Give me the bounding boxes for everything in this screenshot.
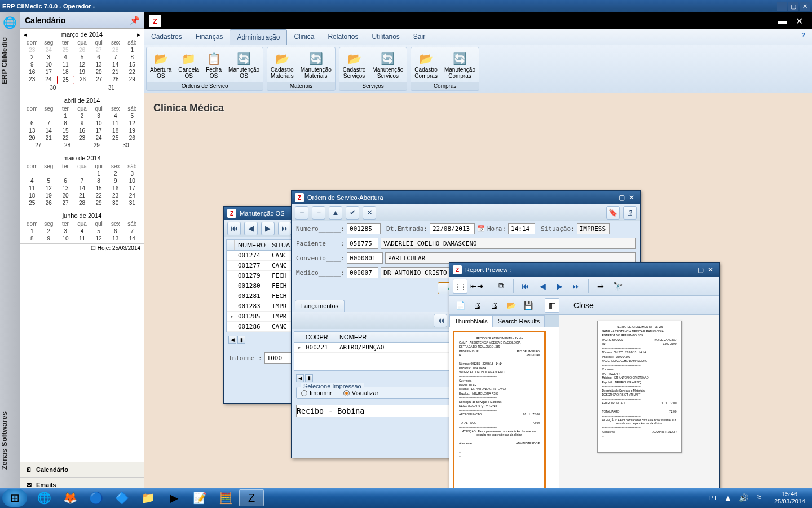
calendar-day[interactable]: 8 bbox=[24, 235, 41, 242]
calendar-day[interactable]: 28 bbox=[74, 199, 91, 207]
calendar-day[interactable]: 14 bbox=[107, 61, 124, 68]
next-button[interactable]: ▶ bbox=[261, 222, 275, 235]
tab-thumbnails[interactable]: ThumbNails bbox=[449, 315, 493, 327]
calendar-day[interactable]: 11 bbox=[57, 61, 74, 68]
calendar-day[interactable]: 14 bbox=[41, 127, 58, 134]
start-button[interactable]: ⊞ bbox=[2, 489, 27, 507]
up-button[interactable]: ▲ bbox=[329, 206, 342, 220]
calendar-day[interactable]: 28 bbox=[107, 76, 123, 84]
calendar-day[interactable]: 9 bbox=[24, 61, 41, 68]
calendar-day[interactable]: 18 bbox=[24, 192, 41, 199]
calendar-day[interactable]: 31 bbox=[82, 84, 141, 91]
paciente-cod-input[interactable] bbox=[347, 238, 378, 249]
calendar-day[interactable]: 11 bbox=[107, 120, 124, 127]
calendar-day[interactable]: 24 bbox=[123, 192, 140, 199]
ribbon-manutenção-compras[interactable]: 🔄ManutençãoCompras bbox=[441, 47, 479, 82]
calendar-day[interactable]: 16 bbox=[107, 185, 124, 192]
menu-sair[interactable]: Sair bbox=[407, 29, 432, 45]
calendar-day[interactable]: 13 bbox=[107, 235, 124, 242]
calendar-day[interactable]: 1 bbox=[57, 112, 74, 120]
menu-relatorios[interactable]: Relatorios bbox=[321, 29, 365, 45]
radio-imprimir[interactable]: Imprimir bbox=[301, 389, 332, 396]
ribbon-cadastro-materiais[interactable]: 📂CadastroMateriais bbox=[267, 47, 297, 82]
calendar-day[interactable]: 17 bbox=[90, 127, 107, 134]
calendar-day[interactable]: 25 bbox=[57, 76, 74, 84]
last-button[interactable]: ⏭ bbox=[278, 222, 292, 235]
calendar-day[interactable]: 3 bbox=[41, 54, 58, 61]
calendar-day[interactable]: 24 bbox=[90, 134, 107, 142]
convenio-cod-input[interactable] bbox=[347, 252, 383, 264]
calendar-day[interactable]: 3 bbox=[123, 170, 140, 177]
calendar-day[interactable]: 24 bbox=[40, 76, 56, 84]
calendar-day[interactable]: 8 bbox=[123, 54, 140, 61]
taskbar-teamviewer-icon[interactable]: 🔷 bbox=[109, 489, 134, 506]
scroll-left-icon[interactable]: ◀ bbox=[228, 336, 236, 344]
prev-button[interactable]: ◀ bbox=[244, 222, 258, 235]
calendar-day[interactable]: 10 bbox=[90, 120, 107, 127]
dtentrada-input[interactable] bbox=[430, 223, 475, 234]
calendar-day[interactable]: 25 bbox=[24, 199, 41, 207]
help-icon[interactable]: ? bbox=[795, 29, 812, 45]
calendar-day[interactable]: 27 bbox=[91, 76, 107, 84]
win2-maximize-button[interactable]: ▢ bbox=[616, 194, 626, 202]
calendar-day[interactable]: 6 bbox=[90, 54, 107, 61]
pin-icon[interactable]: 📌 bbox=[130, 16, 139, 25]
calendar-day[interactable]: 3 bbox=[90, 112, 107, 120]
calendar-day[interactable]: 30 bbox=[111, 142, 140, 149]
calendar-day[interactable]: 13 bbox=[90, 61, 107, 68]
window-report-preview[interactable]: Z Report Preview : — ▢ ✕ ⬚ ⇤⇥ ⧉ ⏮ ◀ ▶ ⏭ bbox=[449, 262, 720, 508]
calendar-day[interactable]: 15 bbox=[123, 61, 140, 68]
calendar-day[interactable]: 5 bbox=[90, 227, 107, 235]
calendar-day[interactable]: 16 bbox=[24, 68, 41, 76]
print-icon[interactable]: 🖨 bbox=[623, 206, 637, 220]
calendar-day[interactable]: 7 bbox=[107, 54, 124, 61]
tray-volume-icon[interactable]: 🔊 bbox=[739, 493, 748, 502]
calendar-day[interactable]: 5 bbox=[123, 112, 140, 120]
calendar-day[interactable]: 22 bbox=[57, 134, 74, 142]
page-icon[interactable]: 📄 bbox=[453, 298, 467, 313]
next-month-icon[interactable]: ▸ bbox=[137, 31, 140, 38]
globe-icon[interactable]: 🌐 bbox=[0, 12, 20, 33]
scroll-thumb[interactable]: ▮ bbox=[305, 374, 313, 382]
calendar-day[interactable]: 17 bbox=[41, 68, 58, 76]
taskbar-explorer-icon[interactable]: 📁 bbox=[135, 489, 160, 506]
calendar-day[interactable]: 13 bbox=[24, 127, 41, 134]
report-close-button[interactable]: Close bbox=[569, 298, 598, 313]
ribbon-cadastro-serviços[interactable]: 📂CadastroServiços bbox=[339, 47, 369, 82]
maximize-button[interactable]: ▢ bbox=[788, 2, 798, 11]
calendar-day[interactable]: 23 bbox=[24, 76, 40, 84]
tab-lancamentos[interactable]: Lançamentos bbox=[295, 300, 345, 312]
calendar-day[interactable]: 1 bbox=[90, 170, 107, 177]
binoculars-icon[interactable]: 🔭 bbox=[610, 279, 625, 294]
calendar-day[interactable]: 8 bbox=[57, 120, 74, 127]
calendar-day[interactable]: 2 bbox=[41, 227, 58, 235]
calendar-day[interactable]: 12 bbox=[123, 120, 140, 127]
print-report-icon[interactable]: 🖨 bbox=[470, 298, 484, 313]
tray-flag-icon[interactable]: 🏳 bbox=[755, 493, 763, 502]
calendar-day[interactable]: 30 bbox=[107, 199, 124, 207]
inner-minimize-button[interactable]: ▬ bbox=[774, 16, 791, 26]
calendar-day[interactable]: 2 bbox=[24, 54, 41, 61]
scroll-left-icon[interactable]: ◀ bbox=[296, 374, 304, 382]
ribbon-abertura-os[interactable]: 📂AberturaOS bbox=[147, 47, 175, 82]
calendar-day[interactable]: 21 bbox=[41, 134, 58, 142]
calendar-day[interactable]: 5 bbox=[74, 54, 91, 61]
calendar-day[interactable]: 12 bbox=[41, 185, 58, 192]
calendar-day[interactable]: 11 bbox=[24, 185, 41, 192]
taskbar-firefox-icon[interactable]: 🦊 bbox=[58, 489, 82, 506]
menu-cadastros[interactable]: Cadastros bbox=[144, 29, 189, 45]
calendar-day[interactable]: 6 bbox=[107, 227, 124, 235]
calendar-day[interactable]: 20 bbox=[57, 192, 74, 199]
thumbnails-toggle-icon[interactable]: ▥ bbox=[545, 298, 559, 313]
calendar-day[interactable]: 30 bbox=[24, 84, 82, 91]
calendar-day[interactable]: 5 bbox=[41, 177, 58, 185]
lang-indicator[interactable]: PT bbox=[709, 494, 717, 501]
calendar-day[interactable]: 26 bbox=[41, 199, 58, 207]
calendar-day[interactable]: 12 bbox=[90, 235, 107, 242]
calendar-day[interactable]: 29 bbox=[90, 199, 107, 207]
calendar-day[interactable]: 6 bbox=[57, 177, 74, 185]
export-icon[interactable]: ➡ bbox=[593, 279, 608, 294]
calendar-day[interactable]: 22 bbox=[90, 192, 107, 199]
calendar-day[interactable]: 18 bbox=[107, 127, 124, 134]
calendar-day[interactable]: 26 bbox=[74, 76, 91, 84]
